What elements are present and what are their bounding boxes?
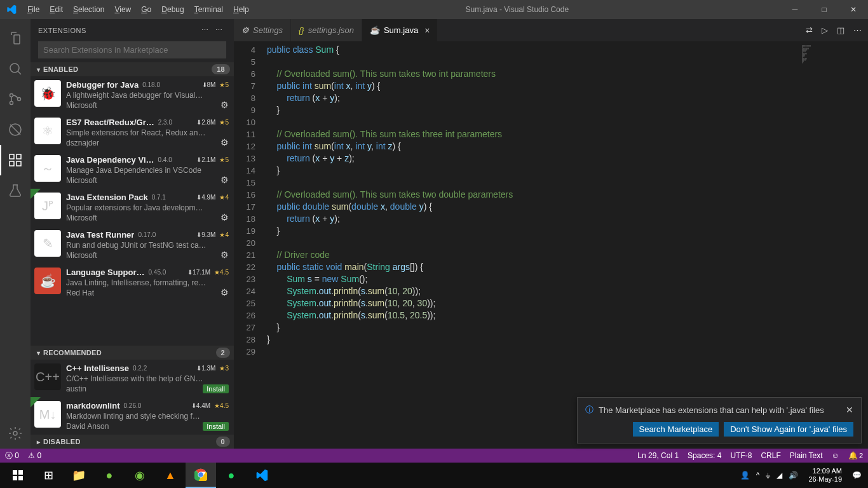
more-icon[interactable]: ⋯ — [853, 25, 862, 35]
language-mode[interactable]: Plain Text — [790, 451, 823, 460]
editor-area[interactable]: 4567891011121314151617181920212223242526… — [234, 41, 868, 449]
install-button[interactable]: Install — [203, 422, 229, 431]
svg-point-9 — [13, 431, 17, 435]
spotify-icon[interactable]: ● — [216, 463, 247, 488]
tab-settings[interactable]: ⚙Settings — [234, 19, 291, 41]
menu-edit[interactable]: Edit — [44, 0, 68, 19]
explorer-icon[interactable] — [0, 23, 31, 53]
notification-toast: ⓘ The Marketplace has extensions that ca… — [577, 397, 862, 444]
minimize-button[interactable]: ─ — [780, 0, 810, 19]
extension-item[interactable]: ～Java Dependency Vi…0.4.0⬇2.1M★5Manage J… — [31, 151, 234, 189]
menu-go[interactable]: Go — [136, 0, 156, 19]
extension-item[interactable]: ☕Language Suppor…0.45.0⬇17.1M★4.5Java Li… — [31, 264, 234, 301]
menu-view[interactable]: View — [109, 0, 136, 19]
compare-icon[interactable]: ⇄ — [806, 25, 813, 35]
tab-sum-java[interactable]: ☕Sum.java× — [362, 19, 438, 41]
extension-item[interactable]: M↓markdownlint0.26.0⬇4.4M★4.5Markdown li… — [31, 397, 234, 435]
wifi-icon[interactable]: ◢ — [776, 471, 782, 480]
extension-description: A lightweight Java debugger for Visual… — [66, 91, 229, 100]
start-button[interactable] — [3, 463, 33, 488]
gear-icon[interactable]: ⚙ — [220, 250, 229, 260]
extension-item[interactable]: ✎Java Test Runner0.17.0⬇9.3M★4Run and de… — [31, 226, 234, 264]
task-view-icon[interactable]: ⊞ — [33, 463, 64, 488]
window-title: Sum.java - Visual Studio Code — [254, 5, 780, 14]
gear-icon[interactable]: ⚙ — [220, 137, 229, 147]
action-center-icon[interactable]: 💬 — [852, 471, 862, 480]
extension-name: Java Dependency Vi… — [66, 155, 154, 165]
file-icon: {} — [299, 25, 304, 35]
menu-terminal[interactable]: Terminal — [189, 0, 228, 19]
menu-debug[interactable]: Debug — [156, 0, 189, 19]
test-icon[interactable] — [0, 175, 31, 206]
split-icon[interactable]: ◫ — [837, 25, 844, 35]
utorrent-icon[interactable]: ● — [94, 463, 125, 488]
indentation[interactable]: Spaces: 4 — [688, 451, 721, 460]
svg-rect-12 — [13, 476, 17, 480]
section-recommended[interactable]: ▾ RECOMMENDED 2 — [31, 346, 234, 360]
file-icon: ☕ — [370, 25, 380, 35]
errors-count[interactable]: ⓧ 0 — [5, 451, 19, 461]
menu-help[interactable]: Help — [228, 0, 254, 19]
extension-version: 0.45.0 — [149, 269, 166, 276]
code-content[interactable]: public class Sum { // Overloaded sum(). … — [267, 41, 798, 449]
run-icon[interactable]: ▷ — [822, 25, 828, 35]
rating: ★5 — [219, 81, 229, 88]
gear-icon[interactable]: ⚙ — [220, 287, 229, 297]
extension-publisher: dsznajder — [66, 139, 229, 147]
feedback-icon[interactable]: ☺ — [832, 451, 839, 460]
warnings-count[interactable]: ⚠ 0 — [28, 451, 41, 460]
rating: ★3 — [219, 365, 229, 372]
vscode-taskbar-icon[interactable] — [247, 463, 277, 488]
chrome-icon[interactable] — [186, 463, 216, 488]
info-icon: ⓘ — [585, 404, 593, 416]
extension-publisher: Microsoft — [66, 101, 229, 110]
gear-icon[interactable]: ⚙ — [220, 100, 229, 110]
close-icon[interactable]: × — [424, 25, 430, 36]
section-enabled[interactable]: ▾ ENABLED 18 — [31, 62, 234, 76]
network-icon[interactable]: ⏚ — [766, 471, 770, 480]
explorer-taskbar-icon[interactable]: 📁 — [64, 463, 94, 488]
volume-icon[interactable]: 🔊 — [789, 471, 798, 480]
search-icon[interactable] — [0, 53, 31, 84]
line-numbers: 4567891011121314151617181920212223242526… — [234, 41, 267, 449]
notification-text: The Marketplace has extensions that can … — [599, 405, 824, 415]
scm-icon[interactable] — [0, 84, 31, 114]
app-icon[interactable]: ◉ — [125, 463, 155, 488]
extension-item[interactable]: 🐞Debugger for Java0.18.0⬇8M★5A lightweig… — [31, 76, 234, 114]
debug-icon[interactable] — [0, 114, 31, 145]
tab-label: Settings — [253, 25, 283, 35]
extension-item[interactable]: C++C++ Intellisense0.2.2⬇1.3M★3C/C++ Int… — [31, 360, 234, 397]
menu-file[interactable]: File — [22, 0, 44, 19]
recommended-badge: 2 — [216, 348, 230, 358]
extension-item[interactable]: ⚛ES7 React/Redux/Gr…2.3.0⬇2.8M★5Simple e… — [31, 114, 234, 151]
menu-selection[interactable]: Selection — [68, 0, 109, 19]
close-window-button[interactable]: ✕ — [839, 0, 868, 19]
minimap[interactable]: ████ ██ █████ ██ ██████ █ ███ ██████ ███… — [798, 41, 868, 449]
encoding[interactable]: UTF-8 — [730, 451, 752, 460]
extension-version: 0.18.0 — [142, 81, 160, 88]
search-input[interactable] — [38, 41, 226, 58]
section-disabled[interactable]: ▸ DISABLED 0 — [31, 435, 234, 449]
gear-icon[interactable]: ⚙ — [220, 212, 229, 222]
notification-button[interactable]: Don't Show Again for '.java' files — [724, 422, 853, 437]
close-icon[interactable]: ✕ — [846, 405, 853, 415]
tab-settings-json[interactable]: {}settings.json — [291, 19, 362, 41]
extension-name: Debugger for Java — [66, 80, 139, 90]
tray-chevron-icon[interactable]: ^ — [756, 471, 760, 480]
gear-icon[interactable]: ⚙ — [220, 175, 229, 185]
rating: ★4 — [219, 194, 229, 201]
settings-gear-icon[interactable] — [0, 418, 31, 449]
filter-icon[interactable]: ⋯ — [198, 26, 212, 34]
install-button[interactable]: Install — [203, 384, 229, 393]
vlc-icon[interactable]: ▲ — [155, 463, 186, 488]
cursor-position[interactable]: Ln 29, Col 1 — [637, 451, 679, 460]
maximize-button[interactable]: □ — [810, 0, 839, 19]
extensions-icon[interactable] — [0, 145, 31, 175]
notification-button[interactable]: Search Marketplace — [633, 422, 719, 437]
eol[interactable]: CRLF — [761, 451, 780, 460]
extension-item[interactable]: JᴾJava Extension Pack0.7.1⬇4.9M★4Popular… — [31, 189, 234, 226]
more-icon[interactable]: ⋯ — [212, 26, 226, 34]
people-icon[interactable]: 👤 — [740, 471, 750, 480]
clock[interactable]: 12:09 AM26-May-19 — [804, 467, 846, 484]
notifications-icon[interactable]: 🔔2 — [848, 451, 863, 460]
